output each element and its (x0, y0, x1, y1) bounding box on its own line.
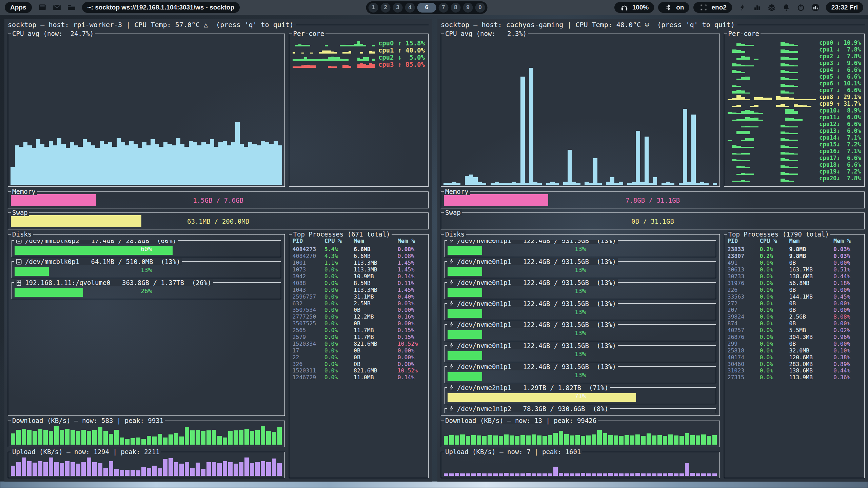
window-icon[interactable] (37, 3, 47, 12)
workspace-button-1[interactable]: 1 (369, 3, 378, 13)
process-cell: 326 (293, 361, 324, 367)
hist-bar (61, 144, 66, 185)
spark-bar (785, 118, 789, 121)
hist-bar (713, 183, 717, 185)
disk-entry: /dev/mmcblk0p1 64.1MB / 510.0MB (13%)13% (12, 261, 281, 278)
process-cell: 0B (789, 287, 833, 293)
workspace-button-0[interactable]: 0 (475, 3, 485, 13)
spark-bar (745, 57, 750, 60)
swap-usage-text: 63.1MB / 200.0MB (11, 215, 426, 227)
hist-bar (581, 436, 585, 445)
hist-bar (619, 182, 623, 185)
core-sparkline (293, 47, 375, 54)
activity-icon[interactable] (810, 3, 821, 12)
process-row: 15203110.0%821.6MB10.52% (293, 367, 426, 374)
workspace-button-3[interactable]: 3 (393, 3, 403, 13)
spark-bar (732, 181, 736, 182)
hist-bar (210, 139, 214, 185)
hist-bar (532, 434, 536, 445)
hist-bar (163, 459, 167, 476)
core-label: cpu6 ↑ 10.1% (819, 80, 861, 87)
hist-bar (71, 430, 75, 445)
process-cell: 0.0% (760, 327, 789, 333)
active-window-title[interactable]: ~: socktop ws://192.168.1.104:3031/ws - … (82, 2, 240, 13)
process-cell: 0.15% (398, 327, 426, 333)
workspace-button-6[interactable]: 6 (417, 3, 436, 13)
terminal-right[interactable]: socktop — host: cachyos-gaming | CPU Tem… (437, 19, 868, 482)
terminal-left[interactable]: socktop — host: rpi-worker-3 | CPU Temp:… (4, 19, 432, 482)
folder-icon[interactable] (66, 3, 77, 12)
mail-icon[interactable] (52, 3, 62, 12)
process-cell: 0.96% (833, 334, 862, 340)
hist-bar (15, 145, 19, 185)
spark-bar (763, 98, 767, 100)
workspace-button-9[interactable]: 9 (463, 3, 473, 13)
hist-bar (707, 436, 711, 445)
hist-bar (27, 430, 32, 445)
hist-bar (542, 473, 547, 476)
network-indicator[interactable]: eno2 (693, 2, 732, 13)
hist-bar (109, 461, 113, 476)
process-cell: 0.38% (833, 354, 862, 361)
spark-bar (295, 66, 298, 68)
spark-bar (789, 118, 794, 121)
spark-bar (349, 51, 352, 54)
process-row: 2990.0%0B0.00% (728, 340, 862, 347)
process-cell: 0.0% (760, 266, 789, 273)
bluetooth-indicator[interactable]: on (658, 2, 689, 13)
process-cell: 2596757 (293, 293, 324, 300)
hist-bar (278, 145, 282, 185)
hist-bar (674, 435, 678, 445)
flash-icon (449, 259, 454, 265)
power-icon[interactable] (796, 3, 806, 12)
volume-indicator[interactable]: 100% (614, 2, 654, 13)
hist-bar (57, 138, 62, 185)
spark-bar (357, 41, 360, 46)
core-label: cpu1 ↑ 40.0% (378, 47, 425, 54)
hist-bar (482, 473, 487, 476)
process-cell: 1520334 (293, 341, 324, 347)
hist-bar (214, 147, 219, 185)
hist-bar (49, 141, 53, 185)
workspace-button-7[interactable]: 7 (439, 3, 449, 13)
bell-icon[interactable] (781, 3, 791, 12)
layers-icon[interactable] (767, 3, 777, 12)
disks-title: Disks (444, 230, 466, 238)
hist-bar (478, 182, 482, 185)
process-cell: 1073 (293, 266, 324, 273)
hist-bar (151, 139, 155, 185)
hist-bar (120, 470, 124, 476)
swap-panel: Swap 0B / 31.1GB (441, 212, 865, 229)
hist-bar (76, 431, 80, 445)
bolt-icon[interactable] (737, 3, 748, 12)
disk-percent-label: 13% (445, 266, 716, 273)
hist-bar (674, 473, 678, 476)
hist-bar (525, 183, 529, 185)
process-row: 25650.0%11.7MB0.15% (293, 327, 426, 334)
process-row: 10730.0%113.3MB1.45% (293, 266, 426, 273)
spark-bar (741, 97, 745, 100)
levels-icon[interactable] (752, 3, 762, 12)
hist-bar (277, 427, 282, 445)
clock[interactable]: 23:32 Fri (826, 2, 863, 13)
core-label: cpu4 ↓ 6.6% (819, 66, 861, 73)
spark-bar (334, 57, 337, 61)
process-cell: 0.0% (760, 341, 789, 347)
spark-bar (781, 104, 785, 107)
spark-bar (732, 145, 736, 148)
workspace-button-8[interactable]: 8 (451, 3, 461, 13)
spark-bar (794, 111, 798, 114)
hist-bar (201, 142, 206, 185)
process-cell: 0.03% (833, 246, 862, 252)
per-core-row: cpu10↓ 8.9% (728, 107, 861, 114)
processes-panel: Top Processes (1790 total) PIDCPU %MemMe… (724, 234, 865, 478)
hist-bar (152, 436, 157, 445)
workspace-button-4[interactable]: 4 (405, 3, 415, 13)
hist-bar (537, 435, 541, 445)
workspace-button-2[interactable]: 2 (381, 3, 391, 13)
spark-bar (745, 131, 750, 134)
apps-button[interactable]: Apps (5, 2, 32, 13)
processes-title: Top Processes (1790 total) (727, 230, 830, 238)
process-row: 40842704.3%6.6MB0.08% (293, 253, 426, 260)
spark-bar (328, 50, 331, 54)
